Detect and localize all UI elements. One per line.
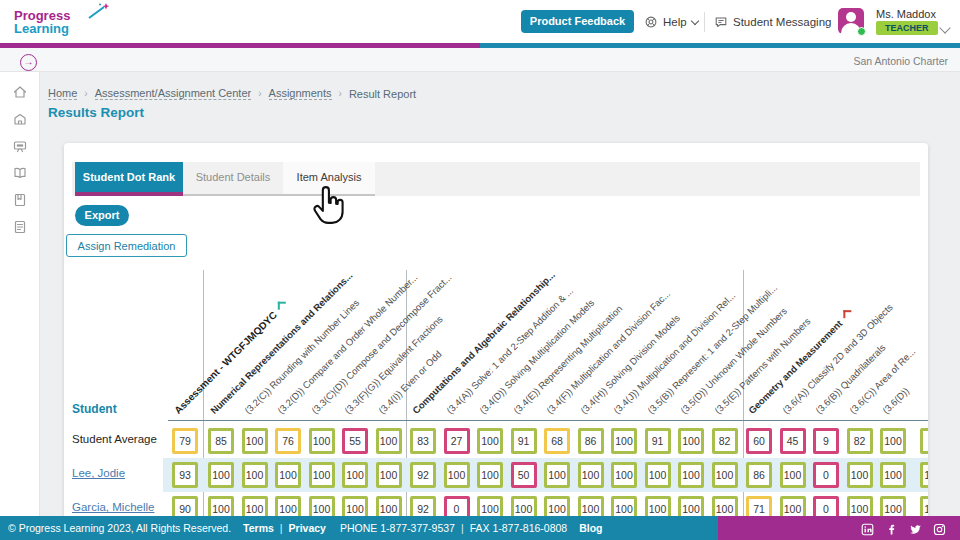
score-cell: 0: [444, 496, 470, 516]
breadcrumb-separator: ›: [339, 88, 342, 99]
progress-learning-logo[interactable]: Progress Learning: [14, 9, 70, 35]
score-cell: 100: [544, 462, 570, 488]
score-cell: 100: [712, 462, 738, 488]
linkedin-icon[interactable]: [861, 522, 874, 535]
score-cell: 100: [880, 428, 906, 454]
score-cell: 100: [376, 496, 402, 516]
help-menu[interactable]: Help: [644, 13, 698, 31]
score-cell: 100: [847, 496, 873, 516]
score-cell: 100: [309, 428, 335, 454]
score-cell: 100: [880, 462, 906, 488]
score-cell: 100: [208, 462, 234, 488]
score-cell: 100: [780, 462, 806, 488]
logo-star-icon: [86, 2, 112, 20]
score-cell: 100: [477, 496, 503, 516]
breadcrumb-assessment-center[interactable]: Assessment/Assignment Center: [95, 87, 252, 100]
footer-fax: FAX 1-877-816-0808: [470, 522, 567, 534]
expand-corner-icon[interactable]: [843, 310, 851, 318]
score-cell: 93: [172, 462, 198, 488]
score-cell: 100: [544, 496, 570, 516]
score-cell: 91: [645, 428, 671, 454]
divider: [704, 12, 705, 32]
product-feedback-button[interactable]: Product Feedback: [521, 10, 634, 33]
school-name: San Antonio Charter: [853, 55, 948, 67]
breadcrumb-home[interactable]: Home: [48, 87, 77, 100]
footer-separator: |: [461, 522, 464, 534]
score-cell: 100: [477, 428, 503, 454]
score-cell: 9: [813, 428, 839, 454]
score-cell: 100: [678, 462, 704, 488]
student-messaging-button[interactable]: Student Messaging: [714, 13, 831, 31]
logo-line2: Learning: [14, 22, 70, 35]
score-cell: 100: [511, 496, 537, 516]
results-report-page: Progress Learning Product Feedback Help …: [0, 0, 960, 540]
student-column-header: Student: [72, 402, 117, 416]
score-cell: 85: [208, 428, 234, 454]
score-cell: 100: [645, 462, 671, 488]
score-cell: 100: [611, 462, 637, 488]
score-cell: 86: [578, 428, 604, 454]
score-cell: 60: [746, 428, 772, 454]
twitter-icon[interactable]: [909, 522, 922, 535]
breadcrumb-assignments[interactable]: Assignments: [269, 87, 332, 100]
online-status-dot: [857, 27, 866, 36]
school-icon[interactable]: [12, 111, 28, 127]
student-link[interactable]: Lee, Jodie: [72, 467, 125, 479]
column-header[interactable]: (3.4(J)) Multiplication and Division Rel…: [611, 290, 737, 416]
blog-link[interactable]: Blog: [579, 522, 602, 534]
score-cell: 0: [813, 462, 839, 488]
column-header[interactable]: (3.6(D)): [880, 385, 911, 416]
score-cell: 92: [410, 462, 436, 488]
score-cell: 100: [645, 496, 671, 516]
score-cell: 100: [309, 496, 335, 516]
sidebar-expand-icon[interactable]: →: [20, 54, 37, 71]
score-cell: 100: [208, 496, 234, 516]
instagram-icon[interactable]: [933, 522, 946, 535]
left-sidebar: [0, 72, 40, 516]
score-cell: 27: [444, 428, 470, 454]
score-cell: 100: [578, 462, 604, 488]
footer-phone: PHONE 1-877-377-9537: [340, 522, 455, 534]
assignments-icon[interactable]: [12, 219, 28, 235]
study-plan-icon[interactable]: [12, 192, 28, 208]
sub-bar: [0, 48, 960, 72]
column-header[interactable]: (3.4(F)) Multiplication and Division Fac…: [544, 288, 672, 416]
page-title: Results Report: [48, 105, 144, 120]
score-cell: 100: [880, 496, 906, 516]
role-badge[interactable]: TEACHER: [876, 21, 938, 35]
score-cell: 100: [275, 496, 301, 516]
classes-icon[interactable]: [12, 138, 28, 154]
privacy-link[interactable]: Privacy: [289, 522, 326, 534]
score-cell: 100: [578, 496, 604, 516]
expand-corner-icon[interactable]: [278, 302, 286, 310]
footer: © Progress Learning 2023, All Rights Res…: [0, 516, 960, 540]
score-cell: 45: [780, 428, 806, 454]
student-link[interactable]: Garcia, Michelle: [72, 501, 154, 513]
avatar[interactable]: [838, 8, 864, 34]
score-cell: 100: [920, 496, 928, 516]
user-menu-chevron[interactable]: [941, 18, 949, 36]
user-name: Ms. Maddox: [876, 8, 936, 20]
score-cell: 100: [275, 462, 301, 488]
score-cell: [920, 428, 928, 454]
breadcrumb-separator: ›: [84, 88, 87, 99]
breadcrumb-separator: ›: [258, 88, 261, 99]
column-header[interactable]: (3.4(I)) Even or Odd: [376, 348, 444, 416]
footer-left: © Progress Learning 2023, All Rights Res…: [0, 516, 718, 540]
score-cell: 100: [242, 462, 268, 488]
breadcrumb-current: Result Report: [349, 88, 416, 100]
header-rule: [168, 420, 928, 421]
terms-link[interactable]: Terms: [243, 522, 274, 534]
score-cell: 100: [342, 462, 368, 488]
score-cell: 82: [847, 428, 873, 454]
score-cell: 83: [410, 428, 436, 454]
facebook-icon[interactable]: [885, 522, 898, 535]
score-cell: 86: [746, 462, 772, 488]
score-cell: 100: [309, 462, 335, 488]
home-icon[interactable]: [12, 84, 28, 100]
open-book-icon[interactable]: [12, 165, 28, 181]
chevron-down-icon: [690, 16, 698, 24]
score-cell: 91: [511, 428, 537, 454]
top-bar: Progress Learning Product Feedback Help …: [0, 0, 960, 43]
score-cell: 71: [746, 496, 772, 516]
